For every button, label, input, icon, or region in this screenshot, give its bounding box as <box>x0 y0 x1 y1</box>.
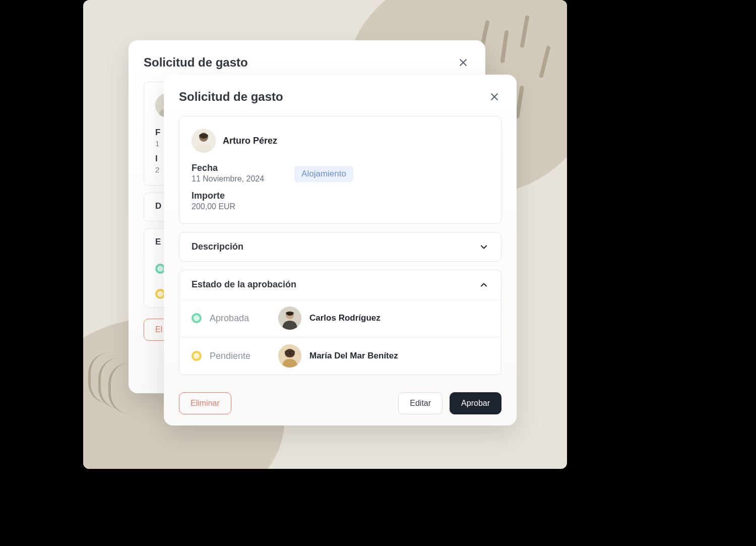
status-indicator-approved <box>192 313 202 323</box>
description-section: Descripción <box>179 232 501 262</box>
status-indicator-pending <box>192 351 202 361</box>
chevron-up-icon <box>479 280 489 290</box>
category-tag: Alojamiento <box>294 166 353 182</box>
modal-title: Solicitud de gasto <box>179 90 283 104</box>
close-icon[interactable] <box>456 55 470 70</box>
requester-avatar <box>192 129 216 153</box>
date-label: Fecha <box>192 163 264 173</box>
approval-label: Estado de la aprobación <box>192 279 296 290</box>
description-label: Descripción <box>192 241 243 252</box>
approval-status-section: Estado de la aprobación Aprobada Carlos … <box>179 270 501 375</box>
expense-request-modal: Solicitud de gasto Arturo Pérez Fecha 11… <box>164 75 517 426</box>
description-toggle[interactable]: Descripción <box>179 232 501 261</box>
status-label: Aprobada <box>210 313 270 324</box>
edit-button[interactable]: Editar <box>398 392 443 414</box>
close-icon[interactable] <box>487 90 501 104</box>
delete-button[interactable]: Eliminar <box>179 392 231 414</box>
status-label: Pendiente <box>210 351 270 361</box>
approve-button[interactable]: Aprobar <box>450 392 501 414</box>
modal-footer: Eliminar Editar Aprobar <box>179 383 501 414</box>
approver-name: Carlos Rodríguez <box>309 313 381 323</box>
date-value: 11 Noviembre, 2024 <box>192 174 264 184</box>
approval-status-toggle[interactable]: Estado de la aprobación <box>179 270 501 299</box>
approval-row: Pendiente María Del Mar Benítez <box>179 337 501 375</box>
amount-label: Importe <box>192 191 264 201</box>
approver-name: María Del Mar Benítez <box>309 351 398 361</box>
approver-avatar <box>278 344 301 368</box>
amount-value: 200,00 EUR <box>192 202 264 211</box>
modal-title: Solicitud de gasto <box>144 55 248 70</box>
approval-row: Aprobada Carlos Rodríguez <box>179 299 501 337</box>
expense-summary-card: Arturo Pérez Fecha 11 Noviembre, 2024 Im… <box>179 116 501 224</box>
chevron-down-icon <box>479 242 489 252</box>
approver-avatar <box>278 307 301 330</box>
requester-name: Arturo Pérez <box>223 136 277 146</box>
approval-list: Aprobada Carlos Rodríguez Pendiente Marí… <box>179 299 501 375</box>
